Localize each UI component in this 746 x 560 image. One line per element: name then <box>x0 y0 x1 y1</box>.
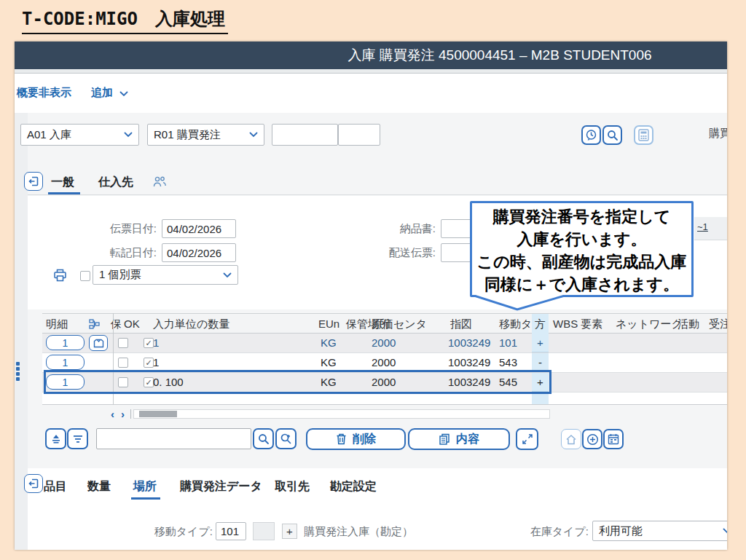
item-number-button[interactable]: 1 <box>46 335 85 350</box>
annotation-callout: 購買発注番号を指定して 入庫を行います。 この時、副産物は完成品入庫 同様に＋で… <box>470 201 694 297</box>
tab-where-underline <box>131 497 160 500</box>
ok-checkbox[interactable]: ✓ <box>144 338 154 348</box>
tab-po-data[interactable]: 購買発注データ <box>180 479 262 494</box>
po-number-input[interactable] <box>272 124 338 146</box>
print-version-value: 1 個別票 <box>99 268 141 282</box>
hold-checkbox[interactable] <box>118 338 128 348</box>
filter-button[interactable] <box>67 428 88 449</box>
window-title: 入庫 購買発注 4500004451 – M2B STUDENT006 <box>348 42 651 69</box>
item-number-button[interactable]: 1 <box>46 355 85 370</box>
special-stock-field[interactable] <box>253 522 275 540</box>
tab-vendor[interactable]: 仕入先 <box>98 175 133 190</box>
scrollbar-thumb[interactable] <box>139 411 177 417</box>
table-row[interactable]: 1 ✓ 0. 100 KG 2000 1003249 545 + <box>42 373 727 393</box>
add-item-button[interactable] <box>582 429 602 449</box>
history-button[interactable] <box>581 125 601 145</box>
direction-col-filler <box>532 393 549 404</box>
cost-center-cell: 2000 <box>372 376 396 388</box>
hide-overview-link[interactable]: 概要非表示 <box>17 86 71 100</box>
table-row[interactable]: 1 ✓ 1 KG 2000 1003249 543 - <box>42 353 727 373</box>
home-button[interactable] <box>561 429 581 449</box>
tab-partner[interactable]: 取引先 <box>275 479 310 494</box>
qty-cell: 0. 100 <box>153 376 184 388</box>
expand-button[interactable] <box>516 428 538 450</box>
delete-button[interactable]: 削除 <box>306 428 406 450</box>
print-button[interactable] <box>53 269 67 282</box>
scrollbar-track[interactable] <box>133 409 550 419</box>
eun-cell: KG <box>321 336 337 349</box>
splitter-handle[interactable] <box>16 372 20 376</box>
collapse-detail-button[interactable] <box>24 474 43 493</box>
chevron-down-icon <box>249 132 258 138</box>
calculator-button[interactable] <box>634 125 653 145</box>
tab-material[interactable]: 品目 <box>44 479 67 494</box>
tab-quantity[interactable]: 数量 <box>87 479 111 494</box>
eun-cell: KG <box>321 376 337 388</box>
calendar-button[interactable] <box>603 429 624 449</box>
bill-of-lading-label: 配送伝票: <box>372 246 436 260</box>
posting-date-input[interactable] <box>162 243 236 262</box>
order-cell: 1003249 <box>448 336 490 349</box>
col-header-qty: 入力単位の数量 <box>153 318 229 331</box>
splitter-handle[interactable] <box>16 362 20 366</box>
action-type-select[interactable]: A01 入庫 <box>20 124 139 146</box>
hold-checkbox[interactable] <box>118 377 128 387</box>
collapse-header-button[interactable] <box>24 172 43 191</box>
callout-line: 購買発注番号を指定して <box>472 205 691 228</box>
reference-doc-value: R01 購買発注 <box>154 128 221 142</box>
print-checkbox[interactable] <box>80 271 90 281</box>
col-header-ok: OK <box>124 318 140 330</box>
print-version-select[interactable]: 1 個別票 <box>93 265 238 285</box>
find-button[interactable] <box>602 125 622 145</box>
doc-date-label: 伝票日付: <box>98 222 157 236</box>
contents-button-label: 内容 <box>456 432 479 447</box>
zoom-in-icon <box>280 433 292 445</box>
fixed-column-divider <box>113 313 114 405</box>
ok-checkbox[interactable]: ✓ <box>144 377 154 387</box>
action-type-value: A01 入庫 <box>27 128 71 142</box>
scroll-right-arrow[interactable]: › <box>121 408 125 420</box>
movement-type-cell: 543 <box>499 356 517 368</box>
open-box-icon <box>93 339 104 348</box>
movement-type-input[interactable] <box>216 522 246 540</box>
contents-button[interactable]: 内容 <box>408 428 510 450</box>
partners-button[interactable] <box>153 176 167 187</box>
col-header-sales-order: 受注 <box>709 318 727 331</box>
stock-type-select[interactable]: 利用可能 <box>592 521 727 541</box>
history-clock-icon <box>585 129 597 141</box>
splitter-handle[interactable] <box>16 367 20 371</box>
table-row[interactable]: 1 ✓ 1 KG 2000 1003249 101 + <box>42 334 727 353</box>
calendar-icon <box>608 433 619 445</box>
tab-general[interactable]: 一般 <box>51 175 74 190</box>
cost-center-cell: 2000 <box>372 336 396 349</box>
truncated-link-fragment[interactable]: ~1 <box>697 221 708 232</box>
titlebar-divider <box>15 69 727 74</box>
hold-checkbox[interactable] <box>118 358 128 368</box>
tab-account[interactable]: 勘定設定 <box>330 479 377 494</box>
doc-date-input[interactable] <box>162 219 236 238</box>
table-search-button[interactable] <box>253 428 274 449</box>
tab-where[interactable]: 場所 <box>133 479 157 494</box>
po-item-input[interactable] <box>338 124 380 146</box>
sort-button[interactable] <box>45 428 66 449</box>
plus-circle-icon <box>586 433 599 446</box>
ok-checkbox[interactable]: ✓ <box>144 358 154 368</box>
add-menu-button[interactable]: 追加 <box>91 86 113 100</box>
item-detail-button[interactable] <box>89 335 108 351</box>
eun-cell: KG <box>321 356 337 368</box>
table-header-row: 明細 保 OK 入力単位の数量 EUn 保管場所 原価センタ 指図 移動タ...… <box>42 313 727 334</box>
table-search-input[interactable] <box>96 428 251 449</box>
col-header-activity: 活動 <box>678 318 699 331</box>
collapse-panel-icon <box>28 478 39 489</box>
scroll-left-arrow[interactable]: ‹ <box>111 408 114 420</box>
chevron-down-icon[interactable] <box>119 91 128 97</box>
item-number-button[interactable]: 1 <box>46 374 85 390</box>
stock-type-label: 在庫タイプ: <box>528 525 589 539</box>
reference-doc-select[interactable]: R01 購買発注 <box>147 124 264 146</box>
col-header-wbs: WBS 要素 <box>553 318 602 331</box>
sort-ascending-icon <box>50 434 62 444</box>
movement-sign-box: + <box>282 524 297 539</box>
tabs-divider <box>28 194 727 195</box>
splitter-handle[interactable] <box>16 377 20 381</box>
advanced-search-button[interactable] <box>275 428 297 449</box>
